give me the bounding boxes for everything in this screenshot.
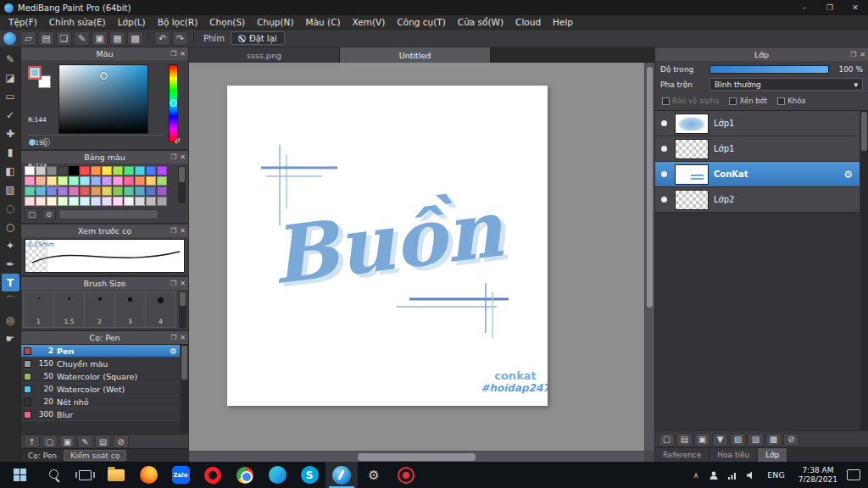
palette-swatch[interactable]: [69, 176, 79, 186]
fill-rect-tool[interactable]: ▮: [2, 143, 19, 161]
brush-tool[interactable]: ✎: [2, 50, 19, 68]
edit-icon[interactable]: ✎: [74, 31, 90, 46]
close-panel-icon[interactable]: ✕: [180, 334, 186, 341]
menu-item[interactable]: Màu (C): [300, 15, 347, 30]
menu-item[interactable]: Chọn(S): [203, 15, 251, 30]
brush-up-icon[interactable]: ↑: [24, 435, 40, 448]
menu-item[interactable]: Tệp(F): [3, 15, 43, 30]
delete-brush-icon[interactable]: ⊘: [113, 435, 129, 448]
close-panel-icon[interactable]: ✕: [180, 227, 186, 235]
drawing-canvas[interactable]: Buồn Buồn conkat #hoidap247: [227, 86, 548, 406]
palette-swatch[interactable]: [102, 166, 112, 175]
palette-swatch[interactable]: [135, 176, 145, 186]
palette-name-bar[interactable]: [58, 209, 159, 219]
add-brush-icon[interactable]: ▢: [42, 435, 58, 448]
palette-swatch[interactable]: [36, 197, 46, 206]
layer-visibility-dot[interactable]: [661, 120, 667, 126]
taskbar-opera[interactable]: [197, 462, 229, 488]
palette-swatch[interactable]: [47, 197, 57, 206]
palette-swatch[interactable]: [91, 166, 101, 175]
foreground-color-swatch[interactable]: [28, 66, 42, 80]
eyedropper-tool[interactable]: ◎: [2, 311, 19, 329]
palette-swatch[interactable]: [25, 176, 35, 186]
close-panel-icon[interactable]: ✕: [180, 280, 186, 287]
palette-swatch[interactable]: [102, 186, 112, 196]
panel-tab[interactable]: Hoa tiêu: [709, 448, 758, 462]
palette-swatch[interactable]: [80, 197, 90, 206]
tray-expand-icon[interactable]: ∧: [687, 471, 705, 480]
brush-size-option[interactable]: 2: [85, 291, 115, 328]
brush-control-button[interactable]: Kiểm soát cọ: [64, 450, 126, 461]
user-tray-icon[interactable]: [704, 470, 723, 480]
menu-item[interactable]: Cloud: [509, 15, 547, 30]
float-panel-icon[interactable]: ❐: [170, 227, 176, 235]
palette-swatch[interactable]: [124, 186, 134, 196]
palette-swatch[interactable]: [113, 166, 123, 175]
auto-select-tool[interactable]: ✓: [2, 106, 19, 124]
menu-item[interactable]: Lớp(L): [112, 15, 152, 30]
palette-swatch[interactable]: [157, 166, 167, 175]
brush-item[interactable]: 300Blur: [21, 408, 180, 421]
menu-item[interactable]: Công cụ(T): [391, 15, 451, 30]
taskbar-medibang-paint[interactable]: [326, 462, 358, 488]
duplicate-layer-icon[interactable]: ▣: [694, 433, 710, 446]
close-panel-icon[interactable]: ✕: [860, 51, 865, 58]
palette-swatch[interactable]: [69, 166, 79, 175]
layer-visibility-dot[interactable]: [661, 146, 667, 152]
maximize-button[interactable]: ❐: [817, 0, 843, 15]
float-panel-icon[interactable]: ❐: [170, 280, 176, 287]
layer-row[interactable]: ConKat⚙: [655, 162, 860, 187]
palette-swatch[interactable]: [124, 166, 134, 175]
layer-option[interactable]: Khóa: [777, 97, 805, 105]
taskbar-chrome[interactable]: [229, 462, 261, 488]
canvas-horizontal-scrollbar[interactable]: [189, 451, 644, 462]
brush-size-option[interactable]: 4: [146, 291, 176, 328]
brush-settings-icon[interactable]: ⚙: [170, 347, 177, 356]
checkbox[interactable]: [662, 97, 670, 105]
menu-item[interactable]: Help: [547, 15, 579, 30]
add-layer-icon[interactable]: ▢: [659, 433, 675, 446]
palette-swatch[interactable]: [25, 186, 35, 196]
text-tool[interactable]: T: [2, 274, 19, 291]
redo-icon[interactable]: ↷: [172, 31, 188, 46]
brush-size-option[interactable]: 3: [115, 291, 146, 328]
delete-layer-icon[interactable]: ⊘: [783, 433, 799, 446]
canvas-vertical-scrollbar[interactable]: [644, 63, 654, 451]
palette-swatch[interactable]: [25, 197, 35, 206]
panel-tab[interactable]: Lớp: [758, 448, 787, 462]
hue-bar[interactable]: [169, 64, 178, 142]
taskbar-opera-gx[interactable]: [390, 462, 422, 488]
palette-swatch[interactable]: [36, 176, 46, 186]
task-view-button[interactable]: [70, 462, 100, 488]
document-tab[interactable]: ssss.png: [189, 47, 340, 63]
palette-swatch[interactable]: [135, 186, 145, 196]
palette-swatch[interactable]: [113, 197, 123, 206]
palette-swatch[interactable]: [36, 166, 46, 175]
vscroll-thumb[interactable]: [647, 67, 653, 308]
color-marker[interactable]: [100, 72, 108, 80]
palette-swatch[interactable]: [47, 186, 57, 196]
brush-size-scrollbar[interactable]: [179, 291, 186, 328]
network-tray-icon[interactable]: [723, 470, 742, 480]
palette-swatch[interactable]: [69, 197, 79, 206]
palette-swatch[interactable]: [36, 186, 46, 196]
palette-swatch[interactable]: [102, 197, 112, 206]
delete-color-icon[interactable]: ⊘: [42, 208, 56, 220]
menu-item[interactable]: Cửa sổ(W): [452, 15, 509, 30]
edit-brush-icon[interactable]: ✎: [77, 435, 93, 448]
palette-swatch[interactable]: [102, 176, 112, 186]
document-tab[interactable]: Untitled: [340, 47, 491, 63]
brush-item[interactable]: 20Watercolor (Wet): [21, 383, 180, 396]
palette-swatch[interactable]: [113, 176, 123, 186]
save-icon[interactable]: ▤: [38, 31, 54, 46]
menu-item[interactable]: Chụp(N): [251, 15, 299, 30]
start-button[interactable]: [0, 462, 39, 488]
canvas-viewport[interactable]: Buồn Buồn conkat #hoidap247: [189, 63, 654, 462]
action-center-icon[interactable]: [847, 469, 860, 480]
opacity-slider[interactable]: [709, 65, 829, 74]
palette-swatch[interactable]: [58, 186, 68, 196]
brush-item[interactable]: 150Chuyển màu: [21, 358, 180, 370]
add-color-icon[interactable]: ▢: [25, 208, 39, 220]
brush-list-scrollbar[interactable]: [181, 345, 188, 434]
transparent-color-icon[interactable]: [42, 138, 50, 147]
